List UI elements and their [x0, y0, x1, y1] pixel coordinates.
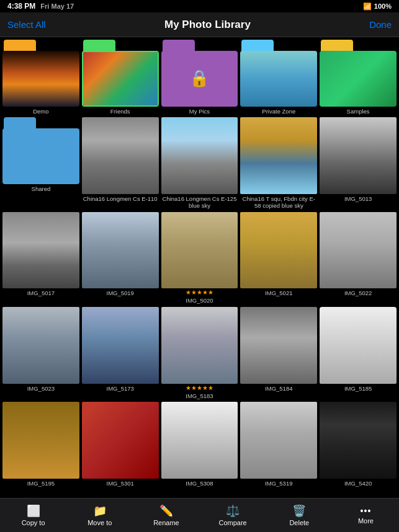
bottom-toolbar: ⬜ Copy to 📁 Move to ✏️ Rename ⚖️ Compare…	[0, 498, 399, 532]
photo-img5183[interactable]: ★★★★★ IMG_5183	[161, 307, 238, 399]
move-button[interactable]: 📁 Move to	[66, 499, 133, 532]
photo-img5021[interactable]: IMG_5021	[240, 212, 317, 304]
photo-img5319[interactable]: IMG_5319	[240, 402, 317, 487]
select-all-button[interactable]: Select All	[7, 19, 46, 30]
photo-img5420[interactable]: IMG_5420	[320, 402, 397, 487]
photo-img5017[interactable]: IMG_5017	[2, 212, 79, 304]
photo-china16-t[interactable]: China16 T squ, Fbdn city E-58 copied blu…	[240, 117, 317, 210]
folder-mypics[interactable]: 🔒 My Pics	[161, 40, 238, 115]
battery-indicator: 100%	[374, 2, 392, 10]
folder-privatezone[interactable]: Private Zone	[240, 40, 317, 115]
time: 4:38 PM	[7, 2, 35, 11]
stars-img5020: ★★★★★	[186, 289, 213, 296]
compare-icon: ⚖️	[226, 504, 240, 518]
compare-button[interactable]: ⚖️ Compare	[200, 499, 266, 532]
folder-demo[interactable]: Demo	[2, 40, 79, 115]
photo-img5308[interactable]: IMG_5308	[161, 402, 238, 487]
photo-img5184[interactable]: IMG_5184	[240, 307, 317, 399]
folder-shared[interactable]: Shared	[2, 117, 79, 210]
wifi-icon: 📶	[363, 2, 372, 11]
date: Fri May 17	[40, 2, 74, 10]
photo-china16-stone[interactable]: China16 Longmen Cs E-110	[82, 117, 159, 210]
photo-img5013[interactable]: IMG_5013	[320, 117, 397, 210]
photo-img5022[interactable]: IMG_5022	[320, 212, 397, 304]
copy-button[interactable]: ⬜ Copy to	[0, 499, 66, 532]
photo-img5301[interactable]: IMG_5301	[82, 402, 159, 487]
rename-button[interactable]: ✏️ Rename	[133, 499, 199, 532]
delete-button[interactable]: 🗑️ Delete	[266, 499, 333, 532]
nav-title: My Photo Library	[164, 19, 251, 31]
delete-icon: 🗑️	[292, 504, 306, 518]
rename-icon: ✏️	[159, 504, 173, 518]
folder-samples[interactable]: Samples	[320, 40, 397, 115]
photo-img5019[interactable]: IMG_5019	[82, 212, 159, 304]
photo-img5173[interactable]: IMG_5173	[82, 307, 159, 399]
move-icon: 📁	[93, 504, 107, 518]
photo-img5020[interactable]: ★★★★★ IMG_5020	[161, 212, 238, 304]
photo-china16-sky[interactable]: China16 Longmen Cs E-125 blue sky	[161, 117, 238, 210]
copy-icon: ⬜	[27, 504, 40, 518]
done-button[interactable]: Done	[369, 19, 392, 30]
photo-grid: Demo Friends 🔒 My Pics Private Zone	[0, 37, 399, 493]
photo-img5023[interactable]: IMG_5023	[2, 307, 79, 399]
nav-bar: Select All My Photo Library Done	[0, 12, 399, 37]
more-button[interactable]: ••• More	[333, 499, 399, 532]
stars-img5183: ★★★★★	[186, 384, 213, 391]
photo-img5185[interactable]: IMG_5185	[320, 307, 397, 399]
folder-friends[interactable]: Friends	[82, 40, 159, 115]
photo-img5195[interactable]: IMG_5195	[2, 402, 79, 487]
status-bar: 4:38 PM Fri May 17 📶 100%	[0, 0, 399, 12]
more-icon: •••	[361, 506, 372, 516]
